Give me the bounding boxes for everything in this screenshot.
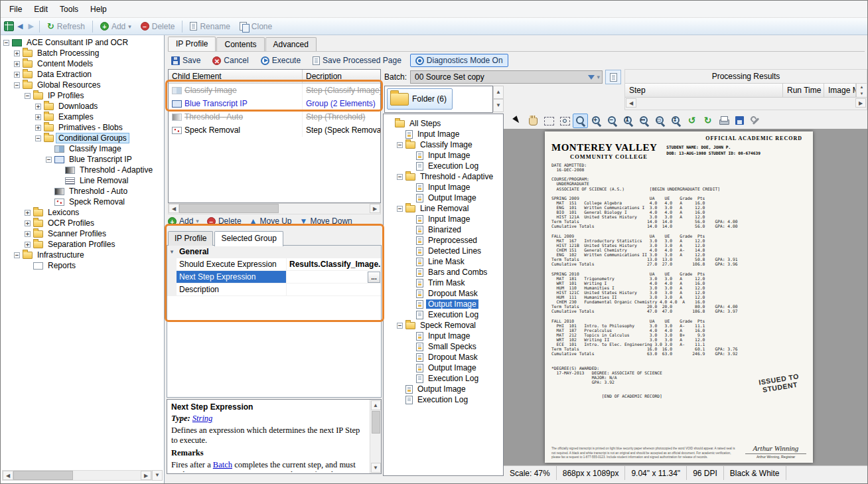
steps-tree-item-input-image[interactable]: Input Image	[384, 150, 503, 161]
save-tool-button[interactable]	[732, 114, 747, 128]
profile-tab-ip-profile[interactable]: IP Profile	[168, 37, 216, 51]
menu-file[interactable]: File	[3, 1, 28, 17]
nav-tree-item-line-removal[interactable]: Line Removal	[1, 175, 164, 186]
steps-tree-item-input-image[interactable]: Input Image	[384, 214, 503, 224]
profile-tab-contents[interactable]: Contents	[216, 37, 264, 51]
cursor-tool-button[interactable]	[509, 114, 524, 128]
move-down-button[interactable]: ▼ Move Down	[300, 216, 352, 226]
group-tab-ip-profile[interactable]: IP Profile	[168, 231, 213, 246]
nav-tree-item-blue-transcript-ip[interactable]: −Blue Transcript IP	[1, 154, 164, 165]
execute-button[interactable]: Execute	[257, 55, 304, 66]
scrollbar-thumb[interactable]	[179, 204, 279, 213]
refresh-button[interactable]: ↻ Refresh	[43, 21, 89, 33]
profile-tab-advanced[interactable]: Advanced	[265, 37, 317, 51]
expander-plus-icon[interactable]: +	[14, 61, 20, 67]
nav-tree-item-speck-removal[interactable]: Speck Removal	[1, 197, 164, 207]
scroll-up-icon[interactable]: ▲	[371, 400, 381, 410]
results-column-image-mo[interactable]: Image Mo	[824, 84, 856, 97]
expander-minus-icon[interactable]: −	[397, 206, 403, 212]
child-row-blue-transcript-ip[interactable]: Blue Transcript IPGroup (2 Elements)	[169, 97, 380, 110]
group-tab-selected-group[interactable]: Selected Group	[214, 231, 283, 246]
save-button[interactable]: Save	[168, 55, 204, 66]
property-row-should-execute-expression[interactable]: Should Execute Expression Results.Classi…	[167, 258, 381, 271]
steps-tree-item-classify-image[interactable]: −Classify Image	[384, 139, 503, 150]
child-row-threshold-auto[interactable]: Threshold - AutoStep (Threshold)	[169, 110, 380, 123]
help-vertical-scrollbar[interactable]: ▲ ▼	[370, 400, 381, 473]
table-horizontal-scrollbar[interactable]: ◀ ▶	[168, 203, 381, 214]
delete-button[interactable]: − Delete	[137, 21, 179, 33]
steps-tree-item-line-mask[interactable]: Line Mask	[384, 256, 503, 267]
batch-page-button[interactable]	[605, 70, 621, 84]
expander-minus-icon[interactable]: −	[46, 157, 52, 163]
image-viewer-canvas[interactable]: OFFICIAL ACADEMIC RECORD MONTEREY VALLEY…	[504, 129, 868, 465]
scroll-right-icon[interactable]: ▶	[141, 471, 151, 480]
rotate-cw-tool-button[interactable]: ↻	[700, 114, 715, 128]
expander-plus-icon[interactable]: +	[35, 125, 41, 131]
column-header-child-element[interactable]: Child Element	[169, 70, 303, 83]
nav-tree-item-lexicons[interactable]: +Lexicons	[1, 207, 164, 218]
nav-tree-item-separation-profiles[interactable]: +Separation Profiles	[1, 239, 164, 250]
type-link[interactable]: String	[192, 414, 213, 423]
expander-plus-icon[interactable]: +	[35, 104, 41, 110]
scroll-left-icon[interactable]: ◀	[3, 471, 13, 480]
delete-child-button[interactable]: − Delete	[207, 216, 242, 226]
diagnostics-mode-button[interactable]: Diagnostics Mode On	[410, 54, 508, 67]
print-tool-button[interactable]	[716, 114, 731, 128]
zoom-in-tool-button[interactable]: +	[589, 114, 604, 128]
steps-tree-item-binarized[interactable]: Binarized	[384, 224, 503, 235]
menu-help[interactable]: Help	[84, 1, 113, 17]
nav-horizontal-scrollbar[interactable]: ◀ ▶	[2, 470, 152, 481]
save-processed-page-button[interactable]: Save Processed Page	[309, 55, 405, 66]
move-up-button[interactable]: ▲ Move Up	[250, 216, 292, 226]
steps-tree-item-execution-log[interactable]: Execution Log	[384, 309, 503, 320]
property-row-next-step-expression[interactable]: Next Step Expression ...	[167, 271, 381, 283]
expander-minus-icon[interactable]: −	[397, 323, 403, 329]
scroll-left-icon[interactable]: ◀	[626, 98, 636, 108]
scroll-down-icon[interactable]: ▼	[152, 470, 163, 481]
app-grid-icon[interactable]	[4, 21, 14, 31]
nav-tree-item-downloads[interactable]: +Downloads	[1, 101, 164, 112]
child-row-speck-removal[interactable]: Speck RemovalStep (Speck Removal)	[169, 123, 380, 137]
column-header-description[interactable]: Decription	[303, 70, 380, 83]
fit-height-tool-button[interactable]: ↕	[668, 114, 684, 128]
scroll-down-icon[interactable]: ▼	[493, 99, 504, 112]
expander-minus-icon[interactable]: −	[14, 252, 20, 258]
nav-tree-item-ocr-profiles[interactable]: +OCR Profiles	[1, 218, 164, 228]
nav-tree-item-ip-profiles[interactable]: −IP Profiles	[1, 90, 164, 101]
help-link-batch[interactable]: Batch	[213, 460, 232, 469]
property-value[interactable]	[287, 271, 367, 283]
expander-minus-icon[interactable]: −	[3, 40, 9, 46]
cancel-button[interactable]: ✕ Cancel	[209, 55, 252, 66]
nav-tree-item-global-resources[interactable]: −Global Resources	[1, 80, 164, 90]
nav-tree-item-threshold-auto[interactable]: Threshold - Auto	[1, 186, 164, 197]
expander-plus-icon[interactable]: +	[25, 220, 31, 226]
fit-width-tool-button[interactable]: ↔	[636, 114, 652, 128]
steps-tree-item-execution-log[interactable]: Execution Log	[384, 161, 503, 171]
steps-tree-item-output-image[interactable]: Output Image	[384, 299, 503, 309]
steps-tree-item-input-image[interactable]: Input Image	[384, 129, 503, 139]
nav-tree-item-content-models[interactable]: +Content Models	[1, 58, 164, 69]
results-column-run-time[interactable]: Run Time	[783, 84, 824, 97]
steps-tree-item-dropout-mask[interactable]: Dropout Mask	[384, 352, 503, 363]
steps-tree-item-output-image[interactable]: Output Image	[384, 363, 503, 373]
nav-tree-item-primatives-blobs[interactable]: +Primatives - Blobs	[1, 122, 164, 133]
steps-tree-item-all-steps[interactable]: All Steps	[384, 118, 503, 129]
steps-tree-item-threshold-adaptive[interactable]: −Threshold - Adaptive	[384, 171, 503, 182]
steps-tree-item-dropout-mask[interactable]: Dropout Mask	[384, 288, 503, 299]
steps-tree-item-input-image[interactable]: Input Image	[384, 182, 503, 193]
steps-tree-item-bars-and-combs[interactable]: Bars and Combs	[384, 267, 503, 278]
steps-tree-item-small-specks[interactable]: Small Specks	[384, 341, 503, 352]
expander-plus-icon[interactable]: +	[35, 114, 41, 120]
expander-minus-icon[interactable]: −	[14, 82, 20, 88]
nav-tree-item-examples[interactable]: +Examples	[1, 112, 164, 122]
folder-list-scrollbar[interactable]: ▲ ▼	[493, 86, 504, 113]
expander-plus-icon[interactable]: +	[25, 242, 31, 248]
menu-tools[interactable]: Tools	[54, 1, 84, 17]
expander-plus-icon[interactable]: +	[14, 72, 20, 78]
results-vertical-scrollbar[interactable]: ▲▼	[856, 84, 867, 97]
scrollbar-thumb[interactable]	[13, 471, 73, 480]
combo-dropdown-arrow[interactable]: ▾	[597, 74, 600, 80]
property-value[interactable]	[287, 283, 381, 295]
nav-tree-item-reports[interactable]: Reports	[1, 260, 164, 271]
scroll-down-icon[interactable]: ▼	[856, 90, 867, 97]
